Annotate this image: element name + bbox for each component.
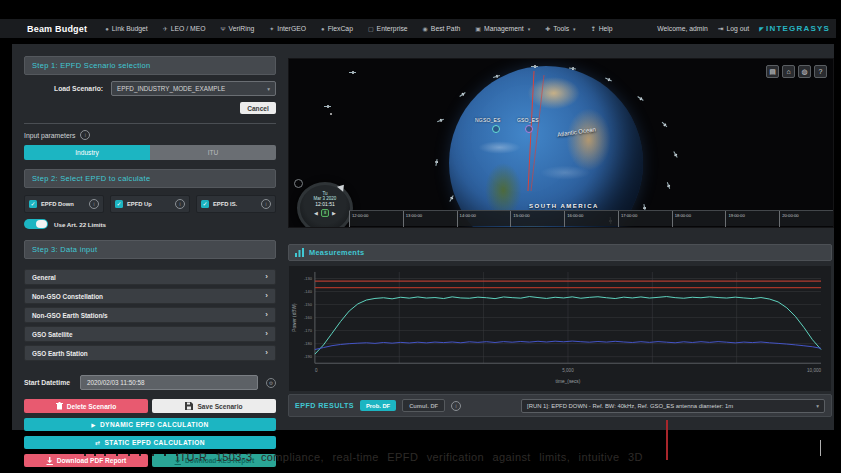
download-pdf-button[interactable]: Download PDF Report — [24, 454, 148, 467]
home-button[interactable]: ⌂ — [782, 65, 795, 78]
tab-itu[interactable]: ITU — [150, 145, 276, 160]
start-datetime-label: Start Datetime — [24, 379, 70, 386]
checkbox-epfd-up[interactable]: ✓ — [115, 200, 123, 208]
nav-item-leo-meo[interactable]: ✈LEO / MEO — [163, 25, 206, 32]
timeline-tick[interactable]: 19:00:00 — [725, 211, 779, 228]
svg-text:time_(secs): time_(secs) — [556, 379, 581, 384]
nav-item-enterprise[interactable]: ▢Enterprise — [368, 25, 408, 32]
gso-es-marker[interactable] — [525, 125, 533, 133]
step-back-button[interactable]: ◀ — [314, 210, 318, 216]
accordion-general[interactable]: General› — [24, 269, 276, 285]
animation-dial[interactable]: Tu Mar 3 2020 12:01:51 ◀ Ⅱ ▶ — [297, 182, 353, 228]
chevron-right-icon: › — [265, 293, 268, 299]
animation-widget[interactable]: Tu Mar 3 2020 12:01:51 ◀ Ⅱ ▶ — [294, 179, 350, 228]
svg-text:-160: -160 — [304, 315, 313, 320]
nav-item-intergeo[interactable]: ✦InterGEO — [269, 25, 306, 32]
measurements-chart-panel: -130-140-150-160-170-180-19005,00010,000… — [288, 265, 832, 392]
trash-icon — [56, 402, 63, 410]
chevron-right-icon: › — [265, 274, 268, 280]
art22-toggle[interactable] — [24, 219, 48, 229]
layers-button[interactable]: ▤ — [766, 65, 779, 78]
help-button[interactable]: ? — [814, 65, 827, 78]
gear-icon[interactable]: ⚙ — [266, 378, 276, 388]
checkbox-label: EPFD IS. — [213, 201, 257, 207]
nav-item-label: Best Path — [431, 25, 460, 32]
cancel-button[interactable]: Cancel — [240, 102, 276, 114]
start-datetime-input[interactable]: 2020/02/03 11:50:58 — [80, 375, 258, 390]
nav-item-label: VeriRing — [229, 25, 255, 32]
timeline-bar[interactable]: 12:00:0013:00:0014:00:0015:00:0016:00:00… — [349, 210, 833, 226]
info-icon[interactable]: i — [261, 199, 271, 209]
svg-text:-140: -140 — [304, 289, 313, 294]
step-forward-button[interactable]: ▶ — [332, 210, 336, 216]
scene-mode-button[interactable]: ◍ — [798, 65, 811, 78]
epfd-chip-epfd-down: ✓EPFD Downi — [24, 195, 104, 213]
cumul-df-button[interactable]: Cumul. DF — [402, 399, 445, 412]
timeline-tick[interactable]: 12:00:00 — [349, 211, 403, 228]
link-lines — [289, 59, 833, 227]
timeline-tick[interactable]: 20:00:00 — [779, 211, 833, 228]
clock-time: 12:01:51 — [300, 201, 350, 207]
nav-item-label: Enterprise — [377, 25, 408, 32]
nav-item-veriring[interactable]: ΨVeriRing — [221, 25, 255, 32]
info-icon[interactable]: i — [451, 401, 461, 411]
nav-item-label: InterGEO — [277, 25, 306, 32]
accordion-gso-earth-station[interactable]: GSO Earth Station› — [24, 345, 276, 361]
globe-viewport[interactable]: NGSO_ES GSO_ES Atlantic Ocean SOUTH AMER… — [288, 58, 834, 228]
nav-item-flexcap[interactable]: ●FlexCap — [321, 25, 353, 32]
timeline-tick[interactable]: 15:00:00 — [510, 211, 564, 228]
prob-df-button[interactable]: Prob. DF — [360, 400, 396, 411]
logout-button[interactable]: ⇥ Log out — [718, 25, 749, 33]
save-scenario-button[interactable]: Save Scenario — [152, 399, 276, 413]
timeline-tick[interactable]: 14:00:00 — [457, 211, 511, 228]
nav-item-link-budget[interactable]: ●Link Budget — [105, 25, 148, 32]
checkbox-epfd-is[interactable]: ✓ — [201, 200, 209, 208]
measurements-chart[interactable]: -130-140-150-160-170-180-19005,00010,000… — [289, 266, 831, 391]
timeline-tick[interactable]: 17:00:00 — [618, 211, 672, 228]
nav-menu: ●Link Budget✈LEO / MEOΨVeriRing✦InterGEO… — [105, 25, 612, 32]
accordion-non-gso-constellation[interactable]: Non-GSO Constellation› — [24, 288, 276, 304]
measurements-header: Measurements — [288, 244, 832, 261]
satellite-icon[interactable] — [349, 71, 356, 74]
chart-icon — [295, 248, 304, 257]
svg-text:Power (dBW): Power (dBW) — [292, 303, 297, 332]
nav-item-tools[interactable]: ✚Tools▾ — [545, 25, 575, 32]
info-icon[interactable]: i — [80, 130, 90, 140]
nav-item-label: Help — [599, 25, 613, 32]
delete-scenario-button[interactable]: Delete Scenario — [24, 399, 148, 413]
save-icon — [185, 402, 193, 410]
static-epfd-button[interactable]: ⇄ STATIC EPFD CALCULATION — [24, 436, 276, 449]
satellite-icon[interactable] — [324, 105, 331, 108]
accordion-label: General — [32, 274, 56, 281]
accordion-gso-satellite[interactable]: GSO Satellite› — [24, 326, 276, 342]
chevron-right-icon: › — [265, 331, 268, 337]
app-brand: Beam Budget — [27, 24, 87, 34]
timeline-tick[interactable]: 16:00:00 — [564, 211, 618, 228]
chevron-down-icon: ▾ — [816, 403, 819, 409]
mode-tabs: Industry ITU — [24, 145, 276, 160]
red-marker-line — [666, 420, 668, 460]
step2-header: Step 2: Select EPFD to calculate — [24, 169, 276, 188]
timeline-tick[interactable]: 18:00:00 — [672, 211, 726, 228]
tab-industry[interactable]: Industry — [24, 145, 150, 160]
info-icon[interactable]: i — [89, 199, 99, 209]
nav-item-best-path[interactable]: ◉Best Path — [423, 25, 461, 32]
timeline-tick[interactable]: 13:00:00 — [403, 211, 457, 228]
dynamic-epfd-button[interactable]: ▶ DYNAMIC EPFD CALCULATION — [24, 418, 276, 431]
tools-icon: ✚ — [545, 25, 550, 32]
nav-item-help[interactable]: ❢Help — [591, 25, 613, 32]
info-icon[interactable]: i — [175, 199, 185, 209]
checkbox-epfd-down[interactable]: ✓ — [29, 200, 37, 208]
satellite-icon[interactable] — [531, 65, 538, 68]
epfd-results-bar: EPFD RESULTS Prob. DF Cumul. DF i [RUN 1… — [288, 394, 832, 417]
pause-button[interactable]: Ⅱ — [321, 209, 329, 217]
run-select[interactable]: [RUN 1]: EPFD DOWN - Ref. BW: 40kHz, Ref… — [521, 399, 825, 413]
accordion-non-gso-earth-station-s[interactable]: Non-GSO Earth Station/s› — [24, 307, 276, 323]
svg-text:-170: -170 — [304, 328, 313, 333]
scenario-select[interactable]: EPFD_INDUSTRY_MODE_EXAMPLE ▾ — [111, 81, 276, 96]
veriring-icon: Ψ — [221, 26, 226, 32]
ngso-es-marker[interactable] — [492, 125, 500, 133]
chevron-down-icon: ▾ — [267, 86, 270, 92]
ngso-es-label: NGSO_ES — [475, 117, 501, 123]
nav-item-management[interactable]: ▣Management▾ — [475, 25, 530, 32]
